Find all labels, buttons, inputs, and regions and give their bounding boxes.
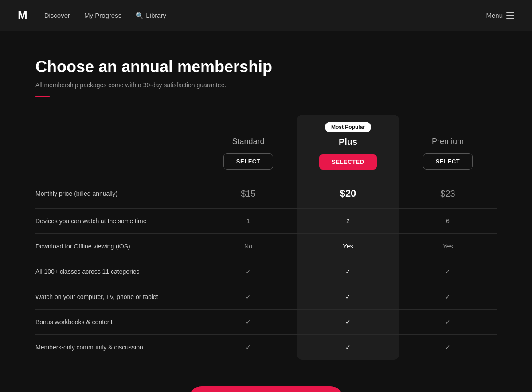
premium-value-2: Yes xyxy=(399,233,497,259)
premium-value-5: ✓ xyxy=(399,309,497,334)
feature-label-0: Monthly price (billed annually) xyxy=(35,179,200,208)
menu-button[interactable]: Menu xyxy=(486,12,514,19)
feature-label-2: Download for Offline viewing (iOS) xyxy=(35,233,200,259)
plus-value-6: ✓ xyxy=(297,334,399,360)
nav-discover[interactable]: Discover xyxy=(44,12,70,19)
continue-section: CONTINUE xyxy=(35,386,497,392)
search-icon: 🔍 xyxy=(136,12,143,19)
premium-value-3: ✓ xyxy=(399,259,497,284)
premium-value-4: ✓ xyxy=(399,284,497,309)
premium-value-0: $23 xyxy=(399,179,497,208)
feature-rows: Monthly price (billed annually)$15$20$23… xyxy=(35,179,497,360)
standard-value-0: $15 xyxy=(200,179,297,208)
standard-value-4: ✓ xyxy=(200,284,297,309)
logo[interactable]: M xyxy=(18,8,27,22)
premium-select-button[interactable]: SELECT xyxy=(423,153,473,170)
standard-value-5: ✓ xyxy=(200,309,297,334)
standard-value-2: No xyxy=(200,233,297,259)
feature-label-5: Bonus workbooks & content xyxy=(35,309,200,334)
continue-button[interactable]: CONTINUE xyxy=(188,386,344,392)
page-header: Choose an annual membership All membersh… xyxy=(35,58,497,97)
premium-plan-name: Premium xyxy=(399,137,497,146)
main-content: Choose an annual membership All membersh… xyxy=(0,31,532,392)
standard-value-6: ✓ xyxy=(200,334,297,360)
plus-value-4: ✓ xyxy=(297,284,399,309)
page-title: Choose an annual membership xyxy=(35,58,497,76)
feature-label-3: All 100+ classes across 11 categories xyxy=(35,259,200,284)
standard-value-1: 1 xyxy=(200,208,297,233)
standard-plan-name: Standard xyxy=(200,137,297,146)
hamburger-icon xyxy=(506,12,514,19)
standard-value-3: ✓ xyxy=(200,259,297,284)
nav-links: Discover My Progress 🔍 Library xyxy=(44,12,486,19)
standard-select-button[interactable]: SELECT xyxy=(223,153,273,170)
plus-selected-button[interactable]: SELECTED xyxy=(319,154,376,170)
red-divider xyxy=(35,96,50,97)
plus-value-3: ✓ xyxy=(297,259,399,284)
plus-header: Most Popular Plus SELECTED xyxy=(297,115,399,179)
nav-my-progress[interactable]: My Progress xyxy=(84,12,121,19)
pricing-table: Standard SELECT Most Popular Plus SELECT… xyxy=(35,115,497,360)
page-subtitle: All membership packages come with a 30-d… xyxy=(35,82,497,89)
plus-value-0: $20 xyxy=(297,179,399,208)
premium-header: Premium SELECT xyxy=(399,128,497,179)
plan-header-row: Standard SELECT Most Popular Plus SELECT… xyxy=(35,115,497,179)
plus-value-2: Yes xyxy=(297,233,399,259)
premium-value-1: 6 xyxy=(399,208,497,233)
standard-header: Standard SELECT xyxy=(200,128,297,179)
premium-value-6: ✓ xyxy=(399,334,497,360)
nav-library[interactable]: 🔍 Library xyxy=(136,12,166,19)
plus-plan-name: Plus xyxy=(297,137,399,147)
feature-label-6: Members-only community & discussion xyxy=(35,334,200,360)
feature-label-4: Watch on your computer, TV, phone or tab… xyxy=(35,284,200,309)
feature-label-1: Devices you can watch at the same time xyxy=(35,208,200,233)
most-popular-badge: Most Popular xyxy=(325,122,371,132)
plus-value-5: ✓ xyxy=(297,309,399,334)
plus-value-1: 2 xyxy=(297,208,399,233)
menu-label: Menu xyxy=(486,12,503,19)
navigation: M Discover My Progress 🔍 Library Menu xyxy=(0,0,532,31)
